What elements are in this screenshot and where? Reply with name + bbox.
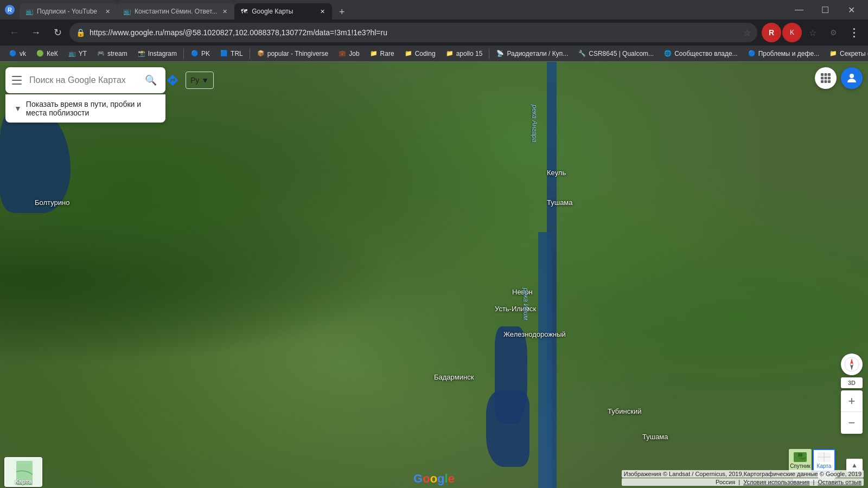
refresh-button[interactable]: ↻ bbox=[48, 23, 67, 42]
search-box: 🔍 Ру ▼ bbox=[5, 67, 165, 93]
close-button[interactable]: ✕ bbox=[839, 1, 864, 18]
google-apps-button[interactable] bbox=[815, 67, 837, 89]
menu-button[interactable]: ⋮ bbox=[844, 23, 864, 42]
search-icon[interactable]: 🔍 bbox=[142, 72, 159, 89]
bookmark-secret1[interactable]: 📁 Секреты слайсера... bbox=[825, 47, 868, 60]
tab-close-1[interactable]: ✕ bbox=[103, 7, 112, 16]
reservoir-2 bbox=[486, 391, 529, 467]
bookmark-trl[interactable]: 🟦 TRL bbox=[215, 47, 247, 60]
bookmark-radio[interactable]: 📡 Радиодетали / Куп... bbox=[492, 47, 572, 60]
hint-chevron-icon: ▼ bbox=[14, 104, 22, 113]
window-controls-left: R bbox=[4, 4, 15, 15]
svg-rect-8 bbox=[821, 80, 824, 83]
terms-russia: Россия bbox=[716, 479, 735, 485]
bookmark-separator-2 bbox=[250, 48, 250, 59]
address-bar[interactable]: 🔒 https://www.google.ru/maps/@58.1020827… bbox=[69, 23, 757, 42]
bookmark-label-rare: Rare bbox=[380, 50, 394, 57]
report-link[interactable]: Оставить отзыв bbox=[818, 479, 861, 485]
directions-icon[interactable] bbox=[164, 72, 181, 89]
bookmark-instagram[interactable]: 📸 Instagram bbox=[133, 47, 181, 60]
bookmark-kek[interactable]: 🟢 КеК bbox=[31, 47, 62, 60]
tab-close-3[interactable]: ✕ bbox=[318, 7, 327, 16]
bookmark-job[interactable]: 💼 Job bbox=[334, 47, 363, 60]
svg-text:R: R bbox=[8, 7, 12, 13]
tab-youtube-subs[interactable]: 📺 Подписки - YouTube ✕ bbox=[20, 3, 117, 20]
search-input[interactable] bbox=[29, 75, 138, 85]
hamburger-menu-button[interactable] bbox=[12, 74, 25, 87]
bookmark-apollo[interactable]: 📁 apollo 15 bbox=[441, 47, 487, 60]
bookmark-separator-1 bbox=[183, 48, 184, 59]
bookmark-label-radio: Радиодетали / Куп... bbox=[507, 50, 568, 57]
zoom-in-button[interactable]: + bbox=[841, 390, 863, 412]
bookmark-favicon-prob: 🔵 bbox=[748, 49, 756, 58]
terms-link[interactable]: Условия использования bbox=[743, 479, 809, 485]
bookmark-coding[interactable]: 📁 Coding bbox=[400, 47, 440, 60]
bookmark-rare[interactable]: 📁 Rare bbox=[365, 47, 399, 60]
bookmark-label-apollo: apollo 15 bbox=[456, 50, 483, 57]
svg-rect-5 bbox=[821, 77, 824, 80]
bookmark-label-prob: Проблемы и дефе... bbox=[758, 50, 819, 57]
map-thumbnail[interactable]: Карта bbox=[4, 457, 42, 487]
back-button[interactable]: ← bbox=[4, 23, 24, 42]
forward-button[interactable]: → bbox=[26, 23, 46, 42]
bookmark-soob[interactable]: 🌐 Сообщество владе... bbox=[659, 47, 742, 60]
bookmark-favicon-popular: 📦 bbox=[257, 49, 265, 58]
map-thumbnail-label: Карта bbox=[5, 478, 41, 485]
svg-rect-10 bbox=[828, 80, 831, 83]
svg-rect-4 bbox=[828, 73, 831, 76]
bookmark-label-pk: PK bbox=[201, 50, 210, 57]
maps-search-panel: 🔍 Ру ▼ ▼ Показать время в пути, пробки и… bbox=[5, 67, 165, 123]
bookmark-favicon-soob: 🌐 bbox=[663, 49, 672, 58]
bookmark-pk[interactable]: 🔵 PK bbox=[186, 47, 214, 60]
maximize-button[interactable]: ☐ bbox=[813, 1, 838, 18]
bookmark-stream[interactable]: 🎮 stream bbox=[92, 47, 132, 60]
bookmark-favicon-radio: 📡 bbox=[496, 49, 505, 58]
extensions-icon[interactable]: R bbox=[762, 23, 781, 42]
bookmark-favicon-rare: 📁 bbox=[369, 49, 378, 58]
profile-icon[interactable]: K bbox=[782, 23, 802, 42]
map-top-right-controls bbox=[815, 67, 863, 89]
bookmark-favicon-secret1: 📁 bbox=[829, 49, 838, 58]
hint-text: Показать время в пути, пробки и места по… bbox=[26, 100, 157, 117]
star-icon[interactable]: ☆ bbox=[743, 28, 751, 38]
bookmark-icon[interactable]: ☆ bbox=[803, 23, 822, 42]
address-text: https://www.google.ru/maps/@58.1020827,1… bbox=[90, 28, 739, 37]
svg-rect-2 bbox=[821, 73, 824, 76]
bookmark-label-yt: YT bbox=[79, 50, 87, 57]
view-3d-button[interactable]: 3D bbox=[841, 377, 863, 388]
map-right-controls: 3D + − bbox=[841, 354, 863, 434]
bookmark-favicon-pk: 🔵 bbox=[190, 49, 199, 58]
tab-close-2[interactable]: ✕ bbox=[220, 7, 229, 16]
tab-google-maps[interactable]: 🗺 Google Карты ✕ bbox=[234, 3, 332, 20]
tab-favicon-2: 📺 bbox=[123, 7, 131, 16]
bookmark-favicon-yt: 📺 bbox=[68, 49, 76, 58]
bookmark-favicon-trl: 🟦 bbox=[220, 49, 228, 58]
bookmark-yt[interactable]: 📺 YT bbox=[63, 47, 91, 60]
toolbar-icons: R K ☆ ⚙ ⋮ bbox=[762, 23, 864, 42]
lock-icon: 🔒 bbox=[76, 28, 85, 37]
compass-button[interactable] bbox=[841, 354, 863, 375]
chrome-extensions-btn[interactable]: ⚙ bbox=[824, 23, 843, 42]
google-logo-container: Google bbox=[413, 472, 455, 486]
minimize-button[interactable]: — bbox=[787, 1, 812, 18]
tab-youtube-video[interactable]: 📺 Константин Сёмин. Ответ... ✕ bbox=[117, 3, 234, 20]
bookmark-csr[interactable]: 🔧 CSR8645 | Qualcom... bbox=[573, 47, 658, 60]
new-tab-button[interactable]: + bbox=[334, 4, 349, 20]
attribution-text: Изображения © Landsat / Copernicus, 2019… bbox=[622, 470, 864, 478]
bookmark-popular[interactable]: 📦 popular - Thingiverse bbox=[252, 47, 333, 60]
language-button[interactable]: Ру ▼ bbox=[186, 72, 214, 89]
chevron-down-icon: ▼ bbox=[201, 76, 209, 85]
search-panel-hint[interactable]: ▼ Показать время в пути, пробки и места … bbox=[5, 94, 165, 123]
bookmark-favicon-stream: 🎮 bbox=[97, 49, 105, 58]
bookmark-vk[interactable]: 🔵 vk bbox=[4, 47, 30, 60]
river-ilim bbox=[538, 232, 552, 488]
bookmark-prob[interactable]: 🔵 Проблемы и дефе... bbox=[743, 47, 824, 60]
zoom-out-button[interactable]: − bbox=[841, 412, 863, 434]
browser-icon: R bbox=[4, 4, 15, 15]
language-text: Ру bbox=[190, 76, 199, 85]
map-container[interactable]: Болтурино Кеуль Тушама Невон Усть-Илимск… bbox=[0, 62, 868, 488]
svg-rect-6 bbox=[825, 77, 827, 80]
svg-point-11 bbox=[850, 74, 854, 78]
satellite-map-background bbox=[0, 62, 868, 488]
google-account-button[interactable] bbox=[841, 67, 863, 89]
